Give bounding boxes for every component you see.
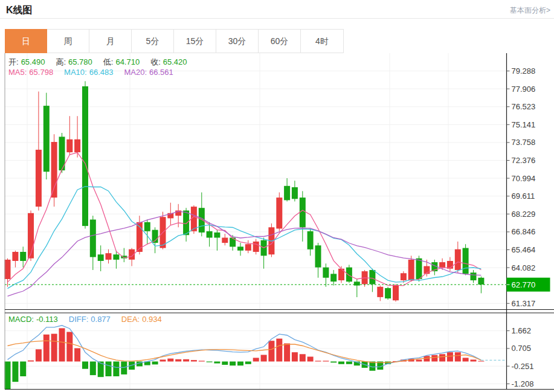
ohlc-legend: 开:65.490高:65.780低:64.710收:65.420 xyxy=(8,57,198,68)
svg-text:76.523: 76.523 xyxy=(512,102,536,111)
legend-label: 收: xyxy=(150,57,161,66)
current-price-tag: 62.770 xyxy=(507,278,550,292)
legend-label: DEA: xyxy=(121,315,140,324)
svg-text:73.758: 73.758 xyxy=(512,138,536,147)
svg-text:70.994: 70.994 xyxy=(512,174,536,183)
legend-label: MA5: xyxy=(8,68,27,77)
legend-value: 65.798 xyxy=(29,68,53,77)
svg-text:-1.208: -1.208 xyxy=(512,379,534,388)
svg-text:72.376: 72.376 xyxy=(512,156,536,165)
macd-legend: MACD:-0.113DIFF:0.877DEA:0.934 xyxy=(8,315,173,324)
svg-text:61.317: 61.317 xyxy=(512,299,536,308)
svg-text:79.288: 79.288 xyxy=(512,66,536,76)
legend-label: MACD: xyxy=(8,315,34,324)
svg-text:65.464: 65.464 xyxy=(512,245,536,254)
legend-value: 65.780 xyxy=(68,57,92,66)
svg-text:75.141: 75.141 xyxy=(512,120,536,129)
legend-label: 高: xyxy=(56,57,66,66)
svg-text:66.846: 66.846 xyxy=(512,227,536,236)
kline-widget: K线图 基本面分析> 日周月5分15分30分60分4时 79.28877.906… xyxy=(0,0,554,392)
legend-value: 0.877 xyxy=(91,315,111,324)
svg-text:68.229: 68.229 xyxy=(512,210,536,219)
svg-text:77.906: 77.906 xyxy=(512,85,536,94)
legend-label: 开: xyxy=(8,57,19,66)
macd-axis: 1.6620.705-0.251-1.208 xyxy=(507,326,534,388)
legend-value: 65.420 xyxy=(163,57,187,66)
legend-value: 64.710 xyxy=(115,57,140,66)
svg-text:-0.251: -0.251 xyxy=(512,362,534,371)
svg-text:1.662: 1.662 xyxy=(512,326,532,335)
svg-text:0.705: 0.705 xyxy=(512,344,532,353)
svg-text:69.611: 69.611 xyxy=(512,191,535,201)
svg-text:62.770: 62.770 xyxy=(512,280,536,289)
svg-text:64.082: 64.082 xyxy=(512,263,536,272)
legend-value: 0.934 xyxy=(142,315,162,324)
price-axis: 79.28877.90676.52375.14173.75872.37670.9… xyxy=(507,66,536,308)
legend-label: MA10: xyxy=(64,68,87,77)
ma-legend: MA5:65.798MA10:66.483MA20:66.561 xyxy=(8,68,184,77)
legend-value: -0.113 xyxy=(36,315,58,324)
ma20-line xyxy=(8,211,482,296)
legend-value: 66.483 xyxy=(89,68,114,77)
legend-value: 66.561 xyxy=(149,68,173,77)
legend-label: 低: xyxy=(103,57,114,66)
legend-label: DIFF: xyxy=(69,315,89,324)
legend-value: 65.490 xyxy=(21,57,45,66)
legend-label: MA20: xyxy=(124,68,147,77)
